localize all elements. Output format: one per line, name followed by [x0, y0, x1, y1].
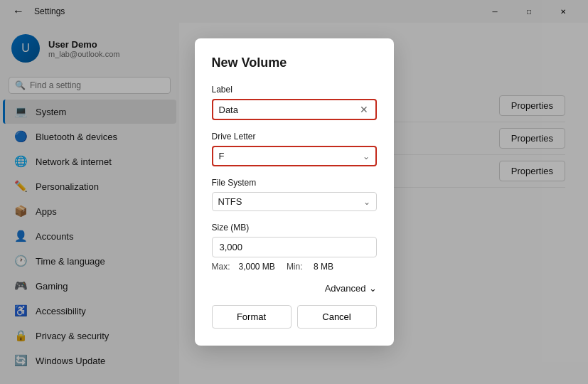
- advanced-label: Advanced: [325, 283, 366, 294]
- min-label: Min:: [287, 262, 308, 272]
- size-input[interactable]: [212, 237, 377, 257]
- format-button[interactable]: Format: [212, 305, 292, 329]
- dialog-title: New Volume: [212, 55, 377, 70]
- size-info: Max: 3,000 MB Min: 8 MB: [212, 262, 377, 272]
- file-system-select[interactable]: NTFS FAT32 exFAT: [218, 196, 363, 207]
- advanced-chevron-icon: ⌄: [369, 283, 377, 294]
- cancel-button[interactable]: Cancel: [297, 305, 377, 329]
- size-group: Size (MB) Max: 3,000 MB Min: 8 MB: [212, 223, 377, 272]
- file-system-select-wrapper[interactable]: NTFS FAT32 exFAT ⌄: [212, 192, 377, 211]
- size-label: Size (MB): [212, 223, 377, 233]
- min-value: 8 MB: [314, 262, 333, 272]
- label-field-label: Label: [212, 85, 377, 95]
- file-system-label: File System: [212, 178, 377, 188]
- label-input-wrapper[interactable]: ✕: [212, 99, 377, 120]
- max-value: 3,000 MB: [239, 262, 275, 272]
- new-volume-dialog: New Volume Label ✕ Drive Letter F C D E …: [195, 38, 394, 346]
- drive-letter-select-wrapper[interactable]: F C D E G H ⌄: [212, 146, 377, 166]
- modal-overlay: New Volume Label ✕ Drive Letter F C D E …: [0, 0, 588, 384]
- drive-letter-label: Drive Letter: [212, 132, 377, 142]
- label-clear-button[interactable]: ✕: [358, 104, 370, 115]
- drive-letter-group: Drive Letter F C D E G H ⌄: [212, 132, 377, 166]
- file-system-chevron-icon: ⌄: [363, 197, 370, 207]
- drive-letter-select[interactable]: F C D E G H: [219, 151, 363, 161]
- label-group: Label ✕: [212, 85, 377, 120]
- drive-letter-chevron-icon: ⌄: [363, 151, 370, 161]
- dialog-actions: Format Cancel: [212, 305, 377, 329]
- max-label: Max:: [212, 262, 233, 272]
- file-system-group: File System NTFS FAT32 exFAT ⌄: [212, 178, 377, 211]
- label-input[interactable]: [219, 105, 356, 115]
- advanced-row[interactable]: Advanced ⌄: [212, 283, 377, 294]
